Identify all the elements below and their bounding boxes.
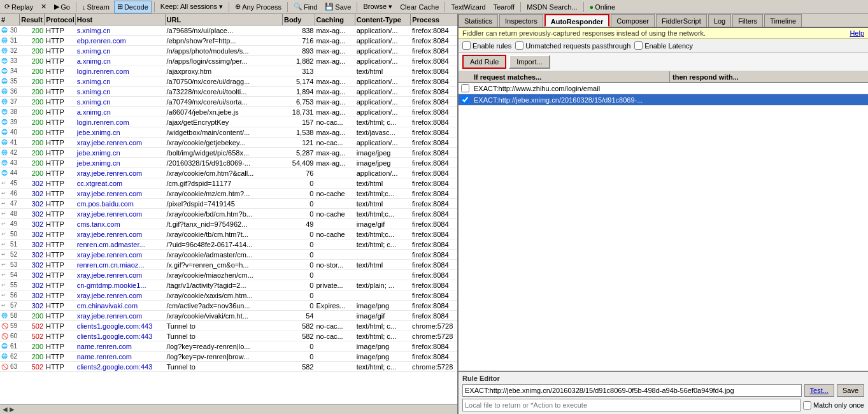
tab-log[interactable]: Log <box>708 14 731 27</box>
cell-protocol: HTTP <box>45 219 76 229</box>
tearoff-button[interactable]: Tearoff <box>490 1 518 13</box>
ar-help-link[interactable]: Help <box>850 29 864 37</box>
table-row[interactable]: ↩50 302 HTTP xray.jebe.renren.com /xray/… <box>0 229 457 239</box>
table-row[interactable]: 🌐38 200 HTTP a.xnimg.cn /a66074/jebe/xn.… <box>0 107 457 117</box>
table-row[interactable]: ↩49 302 HTTP cms.tanx.com /t.gif?tanx_ni… <box>0 219 457 229</box>
save-button[interactable]: 💾 Save <box>322 1 354 13</box>
tab-inspectors[interactable]: Inspectors <box>499 14 543 27</box>
go-button[interactable]: ▶ Go <box>51 1 73 13</box>
cancel-button[interactable]: ✕ <box>38 1 50 13</box>
col-host[interactable]: Host <box>76 14 166 25</box>
table-row[interactable]: ↩46 302 HTTP xray.jebe.renren.com /xray/… <box>0 189 457 199</box>
table-row[interactable]: 🌐30 200 HTTP s.xnimg.cn /a79685/nx/ui/pl… <box>0 25 457 36</box>
table-row[interactable]: ↩45 302 HTTP cc.xtgreat.com /cm.gif?dspi… <box>0 178 457 189</box>
table-row[interactable]: 🌐44 200 HTTP xray.jebe.renren.com /xray/… <box>0 168 457 178</box>
decode-icon: ⊞ <box>117 3 123 11</box>
replay-button[interactable]: ⟳ ⟳ Replay Replay <box>1 1 36 13</box>
table-row[interactable]: ↩51 302 HTTP renren.cm.admaster... /?uid… <box>0 239 457 250</box>
rule-action-input[interactable] <box>462 399 800 411</box>
col-caching[interactable]: Caching <box>315 14 355 25</box>
unmatched-passthrough-checkbox[interactable] <box>515 41 523 50</box>
table-row[interactable]: 🌐43 200 HTTP jebe.xnimg.cn /20160328/15/… <box>0 158 457 168</box>
cell-url: /n/apps/photo/modules/s... <box>165 46 282 56</box>
separator-6 <box>445 2 445 12</box>
stream-button[interactable]: ↓ Stream <box>79 1 113 13</box>
cell-host: login.renren.com <box>76 117 166 127</box>
table-row[interactable]: 🌐35 200 HTTP s.xnimg.cn /a70750/nx/core/… <box>0 76 457 87</box>
table-row[interactable]: ↩55 302 HTTP cn-gmtdmp.mookie1... /tagr/… <box>0 280 457 290</box>
table-row[interactable]: ↩57 302 HTTP cm.chinavivaki.com /cm/acti… <box>0 301 457 311</box>
col-body[interactable]: Body <box>283 14 315 25</box>
table-row[interactable]: ↩48 302 HTTP xray.jebe.renren.com /xray/… <box>0 209 457 219</box>
col-content-type[interactable]: Content-Type <box>355 14 411 25</box>
table-row[interactable]: 🌐34 200 HTTP login.renren.com /ajaxproxy… <box>0 66 457 76</box>
table-row[interactable]: 🌐62 200 HTTP name.renren.com /log?key=pv… <box>0 352 457 362</box>
any-process-button[interactable]: ⊕ Any Process <box>232 1 285 13</box>
match-only-once-label[interactable]: Match only once <box>803 401 864 410</box>
table-row[interactable]: 🌐31 200 HTTP ebp.renren.com /ebpn/show?r… <box>0 36 457 46</box>
tab-fiddlerscript[interactable]: FiddlerScript <box>656 14 707 27</box>
tab-composer[interactable]: Composer <box>611 14 655 27</box>
msdn-search-button[interactable]: MSDN Search... <box>523 1 580 13</box>
rule-save-button[interactable]: Save <box>837 384 864 397</box>
enable-rules-label[interactable]: Enable rules <box>462 41 511 50</box>
cell-content-type: text/javasc... <box>355 127 411 138</box>
cell-result: 302 <box>20 239 45 250</box>
cell-content-type: application/... <box>355 46 411 56</box>
clear-cache-button[interactable]: Clear Cache <box>397 1 442 13</box>
table-row[interactable]: 🌐32 200 HTTP s.xnimg.cn /n/apps/photo/mo… <box>0 46 457 56</box>
cell-caching <box>315 352 355 362</box>
test-button[interactable]: Test... <box>804 384 834 397</box>
table-row[interactable]: 🌐42 200 HTTP jebe.xnimg.cn /bolt/img/wid… <box>0 148 457 158</box>
ar-rule-row[interactable]: EXACT:http://www.zhihu.com/login/email <box>459 83 868 94</box>
cell-url: /t.gif?tanx_nid=9754962... <box>165 219 282 229</box>
table-row[interactable]: 🌐36 200 HTTP s.xnimg.cn /a73228/nx/core/… <box>0 87 457 97</box>
col-result[interactable]: Result <box>20 14 45 25</box>
add-rule-button[interactable]: Add Rule <box>462 55 506 69</box>
col-process[interactable]: Process <box>411 14 457 25</box>
ar-rule-1-checkbox[interactable] <box>461 84 469 92</box>
decode-button[interactable]: ⊞ Decode <box>114 1 152 13</box>
cell-result: 200 <box>20 107 45 117</box>
table-row[interactable]: ↩47 302 HTTP cm.pos.baidu.com /pixel?dsp… <box>0 199 457 209</box>
col-url[interactable]: URL <box>166 14 283 25</box>
online-button[interactable]: ● Online <box>587 1 618 13</box>
ar-rule-row[interactable]: EXACT:http://jebe.xnimg.cn/20160328/15/d… <box>459 94 868 106</box>
match-only-once-checkbox[interactable] <box>803 401 811 410</box>
table-row[interactable]: 🌐41 200 HTTP xray.jebe.renren.com /xray/… <box>0 138 457 148</box>
table-row[interactable]: 🌐37 200 HTTP s.xnimg.cn /a70749/nx/core/… <box>0 97 457 107</box>
right-panel: Statistics Inspectors AutoResponder Comp… <box>459 14 868 414</box>
unmatched-passthrough-label[interactable]: Unmatched requests passthrough <box>515 41 630 50</box>
col-protocol[interactable]: Protocol <box>45 14 76 25</box>
table-row[interactable]: 🌐40 200 HTTP jebe.xnimg.cn /widgetbox/ma… <box>0 127 457 138</box>
tab-filters[interactable]: Filters <box>732 14 763 27</box>
cell-result: 200 <box>20 25 45 36</box>
enable-rules-checkbox[interactable] <box>462 41 471 50</box>
table-row[interactable]: 🚫59 502 HTTP clients1.google.com:443 Tun… <box>0 321 457 331</box>
table-row[interactable]: 🌐58 200 HTTP xray.jebe.renren.com /xray/… <box>0 311 457 321</box>
enable-latency-label[interactable]: Enable Latency <box>634 41 693 50</box>
find-button[interactable]: 🔍 Find <box>290 1 320 13</box>
cell-body: 0 <box>283 352 315 362</box>
table-row[interactable]: ↩54 302 HTTP xray.jebe.renren.com /xray/… <box>0 270 457 280</box>
enable-latency-checkbox[interactable] <box>634 41 643 50</box>
table-row[interactable]: 🌐39 200 HTTP login.renren.com /ajax/getE… <box>0 117 457 127</box>
table-row[interactable]: ↩56 302 HTTP xray.jebe.renren.com /xray/… <box>0 290 457 301</box>
tab-autoresponder[interactable]: AutoResponder <box>544 14 610 27</box>
import-button[interactable]: Import... <box>509 55 550 69</box>
table-row[interactable]: ↩52 302 HTTP xray.jebe.renren.com /xray/… <box>0 250 457 260</box>
textwizard-button[interactable]: TextWizard <box>448 1 488 13</box>
table-row[interactable]: 🌐61 200 HTTP name.renren.com /log?key=re… <box>0 341 457 352</box>
table-row[interactable]: 🌐33 200 HTTP a.xnimg.cn /n/apps/login/cs… <box>0 56 457 66</box>
table-row[interactable]: ↩53 302 HTTP renren.cm.cn.miaoz... /x.gi… <box>0 260 457 270</box>
keep-sessions-button[interactable]: Keep: All sessions ▾ <box>157 1 226 13</box>
tab-timeline[interactable]: Timeline <box>764 14 802 27</box>
ar-rule-2-checkbox[interactable] <box>461 96 469 104</box>
browse-button[interactable]: Browse ▾ <box>360 1 395 13</box>
table-row[interactable]: 🚫63 502 HTTP clients2.google.com:443 Tun… <box>0 362 457 372</box>
col-num[interactable]: # <box>0 14 20 25</box>
rule-url-input[interactable] <box>462 384 802 397</box>
tab-statistics[interactable]: Statistics <box>459 14 498 27</box>
cell-url: /a66074/jebe/xn.jebe.js <box>165 107 282 117</box>
table-row[interactable]: 🚫60 502 HTTP clients1.google.com:443 Tun… <box>0 331 457 341</box>
